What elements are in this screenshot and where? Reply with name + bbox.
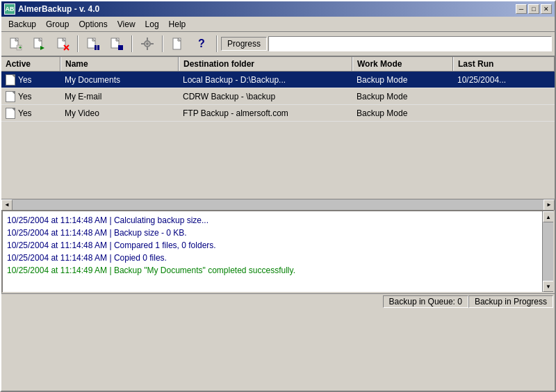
- delete-backup-button[interactable]: [51, 34, 74, 54]
- svg-rect-23: [151, 43, 154, 44]
- toolbar-separator-2: [131, 35, 133, 52]
- col-header-destination[interactable]: Destination folder: [179, 57, 352, 71]
- cell-name-3: My Video: [60, 107, 179, 120]
- doc-icon-1: [6, 74, 15, 85]
- progress-label: Progress: [221, 37, 267, 51]
- backup-table-wrapper: Active Name Destination folder Work Mode…: [1, 57, 555, 210]
- cell-name-1: My Documents: [60, 74, 179, 86]
- vscroll-track[interactable]: [543, 222, 553, 281]
- cell-mode-3: Backup Mode: [352, 107, 453, 120]
- svg-point-19: [146, 42, 149, 45]
- help-button[interactable]: ?: [190, 34, 213, 54]
- log-line: 10/25/2004 at 11:14:48 AM | Calculating …: [7, 214, 538, 227]
- svg-marker-6: [40, 46, 44, 50]
- new-backup-button[interactable]: +: [4, 34, 26, 54]
- pause-button[interactable]: [82, 34, 104, 54]
- svg-rect-21: [147, 47, 148, 50]
- log-line-success: 10/25/2004 at 11:14:49 AM | Backup "My D…: [7, 264, 538, 277]
- stop-button[interactable]: [106, 34, 128, 54]
- col-header-workmode[interactable]: Work Mode: [352, 57, 453, 71]
- cell-dest-1: Local Backup - D:\Backup...: [179, 74, 352, 86]
- cell-lastrun-1: 10/25/2004...: [453, 74, 555, 86]
- menu-options[interactable]: Options: [74, 18, 111, 31]
- status-progress: Backup in Progress: [468, 295, 553, 308]
- cell-dest-2: CDRW Backup - \backup: [179, 90, 352, 103]
- close-button[interactable]: ✕: [541, 4, 552, 14]
- scroll-right-button[interactable]: ►: [543, 199, 555, 211]
- toolbar: +: [1, 32, 555, 57]
- title-bar: AB AlmerBackup - v. 4.0 ─ □ ✕: [1, 1, 555, 17]
- log-content: 10/25/2004 at 11:14:48 AM | Calculating …: [3, 211, 542, 292]
- progress-bar-area: [268, 36, 552, 51]
- title-bar-buttons: ─ □ ✕: [516, 4, 552, 14]
- table-rows-container: Yes My Documents Local Backup - D:\Backu…: [1, 72, 555, 199]
- log-area: 10/25/2004 at 11:14:48 AM | Calculating …: [1, 210, 555, 293]
- menu-backup[interactable]: Backup: [4, 18, 40, 31]
- menu-log[interactable]: Log: [141, 18, 163, 31]
- scroll-left-button[interactable]: ◄: [1, 199, 13, 211]
- toolbar-separator-4: [216, 35, 218, 52]
- cell-dest-3: FTP Backup - almersoft.com: [179, 107, 352, 120]
- status-queue: Backup in Queue: 0: [383, 295, 468, 308]
- table-row[interactable]: Yes My E-mail CDRW Backup - \backup Back…: [1, 88, 555, 105]
- col-header-name[interactable]: Name: [60, 57, 179, 71]
- menu-help[interactable]: Help: [165, 18, 190, 31]
- window-title: AlmerBackup - v. 4.0: [18, 4, 99, 14]
- svg-rect-17: [118, 45, 123, 50]
- cell-name-2: My E-mail: [60, 90, 179, 103]
- log-line: 10/25/2004 at 11:14:48 AM | Backup size …: [7, 227, 538, 239]
- cell-active-1: Yes: [1, 73, 60, 87]
- cell-mode-1: Backup Mode: [352, 74, 453, 86]
- scroll-track[interactable]: [13, 199, 543, 211]
- log-scrollbar: ▲ ▼: [542, 211, 553, 292]
- log-line: 10/25/2004 at 11:14:48 AM | Compared 1 f…: [7, 239, 538, 252]
- run-backup-button[interactable]: [28, 34, 50, 54]
- cell-active-3: Yes: [1, 106, 60, 120]
- new-file-button[interactable]: [167, 34, 189, 54]
- toolbar-separator-3: [162, 35, 163, 52]
- svg-rect-13: [95, 45, 97, 50]
- table-row[interactable]: Yes My Documents Local Backup - D:\Backu…: [1, 72, 555, 88]
- main-window: AB AlmerBackup - v. 4.0 ─ □ ✕ Backup Gro…: [0, 0, 556, 392]
- menu-view[interactable]: View: [113, 18, 140, 31]
- cell-lastrun-2: [453, 95, 555, 98]
- maximize-button[interactable]: □: [528, 4, 539, 14]
- minimize-button[interactable]: ─: [516, 4, 527, 14]
- col-header-active[interactable]: Active: [1, 57, 60, 71]
- menu-bar: Backup Group Options View Log Help: [1, 17, 555, 32]
- scroll-down-button[interactable]: ▼: [543, 281, 554, 292]
- svg-rect-20: [147, 38, 148, 40]
- svg-rect-22: [141, 43, 144, 44]
- settings-button[interactable]: [136, 34, 158, 54]
- svg-rect-14: [97, 45, 99, 50]
- table-header: Active Name Destination folder Work Mode…: [1, 57, 555, 72]
- cell-active-2: Yes: [1, 90, 60, 104]
- title-bar-left: AB AlmerBackup - v. 4.0: [4, 3, 99, 15]
- status-bar: Backup in Queue: 0 Backup in Progress: [1, 293, 555, 309]
- cell-lastrun-3: [453, 112, 555, 115]
- menu-group[interactable]: Group: [42, 18, 73, 31]
- svg-text:+: +: [19, 45, 22, 50]
- cell-mode-2: Backup Mode: [352, 90, 453, 103]
- toolbar-separator-1: [77, 35, 79, 52]
- doc-icon-3: [6, 108, 15, 119]
- table-row[interactable]: Yes My Video FTP Backup - almersoft.com …: [1, 105, 555, 122]
- log-line: 10/25/2004 at 11:14:48 AM | Copied 0 fil…: [7, 252, 538, 264]
- col-header-lastrun[interactable]: Last Run: [453, 57, 555, 71]
- doc-icon-2: [6, 91, 15, 102]
- scroll-up-button[interactable]: ▲: [543, 211, 554, 222]
- horizontal-scrollbar: ◄ ►: [1, 199, 555, 210]
- app-icon: AB: [4, 3, 15, 15]
